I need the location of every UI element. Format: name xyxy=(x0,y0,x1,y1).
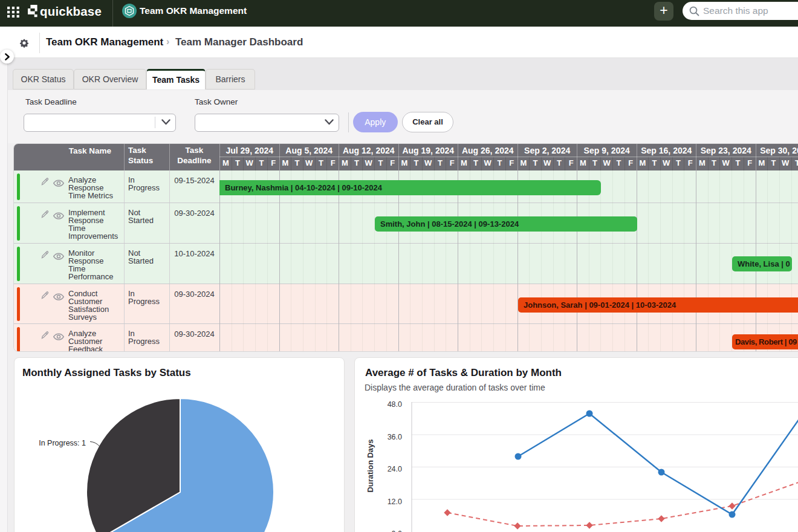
svg-text:48.0: 48.0 xyxy=(388,400,402,409)
svg-text:12.0: 12.0 xyxy=(388,498,402,506)
svg-text:24.0: 24.0 xyxy=(388,465,402,473)
svg-text:Duration Days: Duration Days xyxy=(366,439,375,492)
svg-text:36.0: 36.0 xyxy=(388,433,402,441)
svg-text:0.0: 0.0 xyxy=(392,530,402,532)
svg-text:In Progress: 1: In Progress: 1 xyxy=(39,439,86,447)
